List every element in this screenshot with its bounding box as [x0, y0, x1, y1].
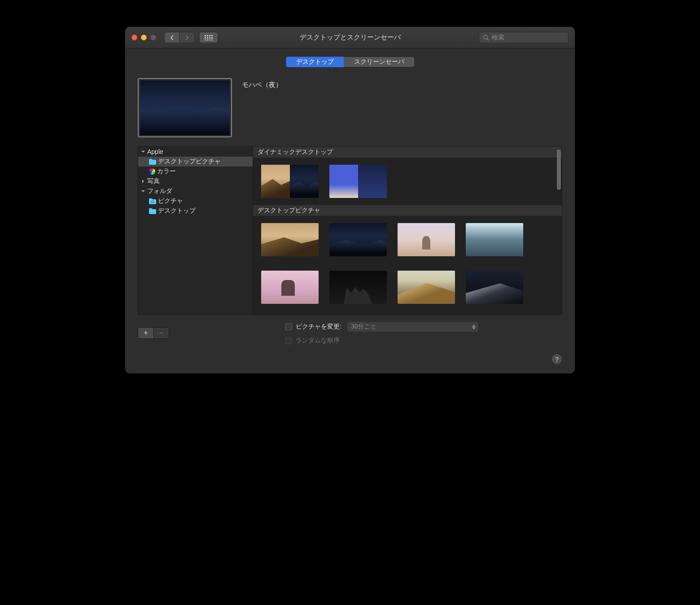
- controls-row: + − ピクチャを変更: 30分ごと ランダムな順序: [125, 315, 575, 355]
- folder-icon: [149, 198, 156, 204]
- random-order-checkbox: [285, 337, 292, 344]
- current-desktop-preview: [138, 78, 232, 137]
- random-order-checkbox-row: ランダムな順序: [285, 337, 479, 345]
- sidebar-label: デスクトップピクチャ: [158, 158, 221, 166]
- tab-screensaver[interactable]: スクリーンセーバ: [344, 57, 415, 67]
- preview-row: モハベ（夜）: [125, 67, 575, 146]
- thumbnail[interactable]: [261, 271, 319, 304]
- svg-rect-3: [211, 35, 213, 36]
- close-button[interactable]: [131, 35, 137, 40]
- random-order-label: ランダムな順序: [296, 337, 340, 345]
- svg-rect-4: [205, 37, 206, 39]
- svg-rect-5: [207, 37, 208, 39]
- search-field[interactable]: 検索: [479, 32, 569, 43]
- chevron-left-icon: [170, 35, 174, 40]
- show-all-button[interactable]: [199, 32, 218, 43]
- svg-rect-7: [211, 37, 213, 39]
- change-picture-label: ピクチャを変更:: [296, 323, 341, 331]
- sidebar-label: フォルダ: [147, 187, 172, 195]
- tab-desktop[interactable]: デスクトップ: [286, 57, 344, 67]
- section-dynamic: ダイナミックデスクトップ: [253, 147, 562, 158]
- thumb-row: [253, 216, 562, 263]
- sidebar-item-colors[interactable]: カラー: [138, 167, 253, 176]
- svg-rect-8: [205, 39, 206, 40]
- grid-icon: [205, 35, 213, 40]
- search-icon: [483, 35, 489, 41]
- scrollbar[interactable]: [557, 149, 561, 190]
- svg-rect-0: [205, 35, 206, 36]
- sidebar: Apple デスクトップピクチャ カラー 写真 フォルダ ピクチャ: [138, 146, 253, 315]
- back-button[interactable]: [164, 32, 179, 43]
- picture-browser: Apple デスクトップピクチャ カラー 写真 フォルダ ピクチャ: [138, 146, 562, 315]
- thumbnail[interactable]: [466, 223, 523, 256]
- svg-point-12: [483, 35, 487, 39]
- thumbnails-pane[interactable]: ダイナミックデスクトップ デスクトップピクチャ: [253, 146, 562, 315]
- help-button[interactable]: ?: [551, 354, 562, 364]
- sidebar-label: デスクトップ: [158, 207, 196, 215]
- sidebar-label: 写真: [147, 177, 160, 185]
- thumb-row: [253, 311, 562, 315]
- forward-button[interactable]: [179, 32, 195, 43]
- thumbnail-dynamic-mojave[interactable]: [261, 165, 319, 198]
- thumbnail[interactable]: [261, 223, 319, 256]
- add-remove-buttons: + −: [138, 327, 169, 339]
- preview-image: [140, 80, 230, 135]
- disclosure-down-icon: [141, 189, 145, 193]
- disclosure-right-icon: [141, 179, 145, 184]
- sidebar-item-desktop-pictures[interactable]: デスクトップピクチャ: [138, 157, 253, 167]
- section-desktop-pictures: デスクトップピクチャ: [253, 205, 562, 216]
- sidebar-group-photos[interactable]: 写真: [138, 176, 253, 186]
- nav-buttons: [164, 32, 195, 43]
- folder-icon: [149, 159, 156, 165]
- thumbnail[interactable]: [329, 223, 387, 256]
- folder-icon: [149, 208, 156, 214]
- svg-rect-11: [211, 39, 213, 40]
- change-picture-checkbox[interactable]: [285, 323, 292, 330]
- svg-rect-6: [209, 37, 210, 39]
- thumb-row: [253, 158, 562, 205]
- traffic-lights: [131, 35, 156, 40]
- titlebar: デスクトップとスクリーンセーバ 検索: [125, 27, 575, 48]
- options-column: ピクチャを変更: 30分ごと ランダムな順序: [285, 321, 479, 345]
- chevron-right-icon: [185, 35, 189, 40]
- thumbnail[interactable]: [466, 271, 523, 304]
- svg-rect-9: [207, 39, 208, 40]
- thumbnail[interactable]: [329, 271, 387, 304]
- sidebar-item-desktop-folder[interactable]: デスクトップ: [138, 206, 253, 216]
- sidebar-label: Apple: [147, 148, 163, 155]
- thumbnail-dynamic-gradient[interactable]: [329, 165, 387, 198]
- bottom-row: ?: [125, 355, 575, 373]
- preview-label: モハベ（夜）: [242, 78, 282, 137]
- svg-rect-1: [207, 35, 208, 36]
- minimize-button[interactable]: [141, 35, 147, 40]
- sidebar-group-apple[interactable]: Apple: [138, 147, 253, 157]
- sidebar-group-folders[interactable]: フォルダ: [138, 186, 253, 196]
- search-placeholder: 検索: [492, 34, 504, 42]
- interval-value: 30分ごと: [351, 323, 377, 331]
- stepper-arrows-icon: [472, 324, 476, 329]
- sidebar-label: カラー: [157, 167, 176, 175]
- color-wheel-icon: [149, 168, 155, 175]
- tab-bar: デスクトップ スクリーンセーバ: [125, 48, 575, 67]
- thumbnail[interactable]: [398, 223, 455, 256]
- zoom-button[interactable]: [150, 35, 156, 40]
- sidebar-label: ピクチャ: [158, 197, 183, 205]
- sidebar-item-pictures-folder[interactable]: ピクチャ: [138, 196, 253, 206]
- thumb-row: [253, 263, 562, 311]
- disclosure-down-icon: [141, 149, 145, 154]
- interval-select[interactable]: 30分ごと: [347, 321, 479, 332]
- svg-rect-2: [209, 35, 210, 36]
- preferences-window: デスクトップとスクリーンセーバ 検索 デスクトップ スクリーンセーバ モハベ（夜…: [125, 27, 575, 373]
- change-picture-checkbox-row: ピクチャを変更:: [285, 323, 341, 331]
- add-folder-button[interactable]: +: [138, 328, 153, 338]
- svg-line-13: [487, 39, 489, 40]
- remove-folder-button[interactable]: −: [153, 328, 169, 338]
- svg-rect-10: [209, 39, 210, 40]
- thumbnail[interactable]: [398, 271, 455, 304]
